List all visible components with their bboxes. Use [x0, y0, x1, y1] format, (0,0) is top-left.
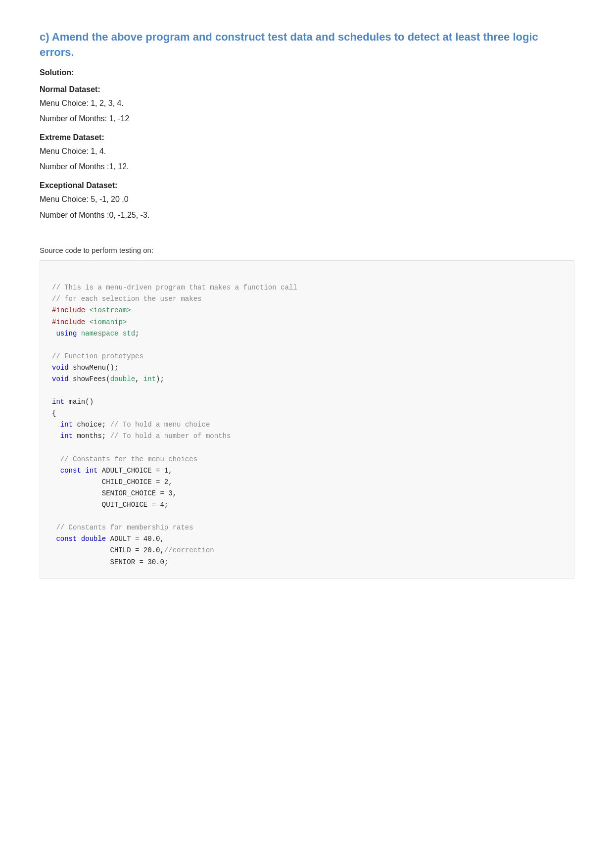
extreme-menu-choice: Menu Choice: 1, 4. — [40, 145, 574, 158]
extreme-dataset-label: Extreme Dataset: — [40, 133, 574, 142]
normal-menu-choice: Menu Choice: 1, 2, 3, 4. — [40, 97, 574, 110]
source-label: Source code to perform testing on: — [40, 246, 574, 254]
section-heading: c) Amend the above program and construct… — [40, 30, 574, 60]
solution-label: Solution: — [40, 68, 574, 77]
exceptional-menu-choice: Menu Choice: 5, -1, 20 ,0 — [40, 193, 574, 206]
exceptional-months: Number of Months :0, -1,25, -3. — [40, 209, 574, 222]
normal-dataset-label: Normal Dataset: — [40, 85, 574, 94]
exceptional-dataset-label: Exceptional Dataset: — [40, 181, 574, 190]
normal-months: Number of Months: 1, -12 — [40, 112, 574, 125]
code-block: // This is a menu-driven program that ma… — [40, 260, 574, 578]
extreme-months: Number of Months :1, 12. — [40, 160, 574, 173]
